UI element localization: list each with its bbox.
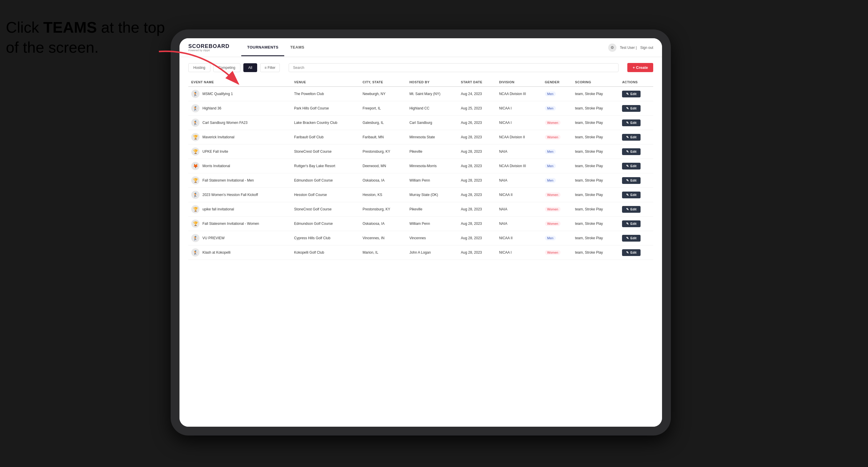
cell-gender-0: Men [542, 87, 572, 101]
cell-gender-5: Men [542, 159, 572, 173]
col-division: DIVISION [496, 78, 542, 87]
cell-division-11: NICAA I [496, 245, 542, 260]
edit-button-11[interactable]: ✎ Edit [622, 249, 641, 256]
col-city-state: CITY, STATE [360, 78, 406, 87]
table-row: 🏆 UPKE Fall Invite StoneCrest Golf Cours… [188, 145, 653, 159]
teams-bold: TEAMS [43, 19, 97, 36]
gender-badge-11: Women [545, 250, 561, 255]
edit-button-0[interactable]: ✎ Edit [622, 91, 641, 97]
cell-start-date-8: Aug 28, 2023 [458, 202, 496, 217]
cell-hosted-by-1: Highland CC [406, 101, 458, 116]
event-name-text-3: Maverick Invitational [203, 135, 235, 139]
cell-scoring-3: team, Stroke Play [572, 130, 619, 145]
cell-division-3: NCAA Division II [496, 130, 542, 145]
edit-icon-0: ✎ [626, 92, 629, 96]
cell-hosted-by-5: Minnesota-Morris [406, 159, 458, 173]
cell-hosted-by-8: Pikeville [406, 202, 458, 217]
cell-city-state-6: Oskaloosa, IA [360, 173, 406, 188]
search-input[interactable] [289, 63, 619, 72]
cell-division-5: NCAA Division III [496, 159, 542, 173]
cell-gender-4: Men [542, 145, 572, 159]
cell-venue-11: Kokopelli Golf Club [291, 245, 360, 260]
cell-city-state-10: Vincennes, IN [360, 231, 406, 245]
col-scoring: SCORING [572, 78, 619, 87]
gender-badge-9: Women [545, 221, 561, 226]
edit-button-8[interactable]: ✎ Edit [622, 206, 641, 213]
user-info: Test User | [620, 45, 637, 50]
edit-button-3[interactable]: ✎ Edit [622, 134, 641, 141]
table-row: 🏆 Maverick Invitational Faribault Golf C… [188, 130, 653, 145]
cell-scoring-2: team, Stroke Play [572, 116, 619, 130]
sign-out-link[interactable]: Sign out [640, 45, 653, 50]
cell-venue-10: Cypress Hills Golf Club [291, 231, 360, 245]
cell-city-state-7: Hesston, KS [360, 188, 406, 202]
cell-venue-4: StoneCrest Golf Course [291, 145, 360, 159]
cell-actions-3: ✎ Edit [619, 130, 653, 145]
tab-teams[interactable]: TEAMS [284, 39, 310, 56]
cell-hosted-by-3: Minnesota State [406, 130, 458, 145]
search-box [289, 63, 619, 72]
event-name-text-9: Fall Statesmen Invitational - Women [203, 222, 259, 226]
cell-division-4: NAIA [496, 145, 542, 159]
cell-start-date-2: Aug 26, 2023 [458, 116, 496, 130]
cell-start-date-0: Aug 24, 2023 [458, 87, 496, 101]
edit-button-9[interactable]: ✎ Edit [622, 220, 641, 227]
event-icon-10: 🏌 [191, 234, 199, 242]
event-name-text-10: VU PREVIEW [203, 236, 224, 240]
cell-division-10: NICAA II [496, 231, 542, 245]
cell-actions-1: ✎ Edit [619, 101, 653, 116]
cell-event-name-7: 🏌 2023 Women's Hesston Fall Kickoff [188, 188, 291, 202]
cell-gender-1: Men [542, 101, 572, 116]
event-name-text-6: Fall Statesmen Invitational - Men [203, 178, 254, 182]
cell-start-date-11: Aug 28, 2023 [458, 245, 496, 260]
cell-gender-6: Men [542, 173, 572, 188]
edit-button-4[interactable]: ✎ Edit [622, 148, 641, 155]
edit-icon-4: ✎ [626, 150, 629, 154]
cell-start-date-6: Aug 28, 2023 [458, 173, 496, 188]
cell-gender-10: Men [542, 231, 572, 245]
main-content: Hosting Competing All ≡ Filter + Create … [180, 57, 662, 427]
create-button[interactable]: + Create [627, 63, 653, 72]
cell-actions-11: ✎ Edit [619, 245, 653, 260]
cell-division-9: NAIA [496, 217, 542, 231]
table-row: 🏆 upike fall invitational StoneCrest Gol… [188, 202, 653, 217]
cell-scoring-6: team, Stroke Play [572, 173, 619, 188]
event-name-text-11: Klash at Kokopelli [203, 250, 230, 254]
cell-event-name-2: 🏌 Carl Sandburg Women FA23 [188, 116, 291, 130]
cell-event-name-3: 🏆 Maverick Invitational [188, 130, 291, 145]
edit-button-2[interactable]: ✎ Edit [622, 120, 641, 126]
cell-venue-1: Park Hills Golf Course [291, 101, 360, 116]
cell-scoring-1: team, Stroke Play [572, 101, 619, 116]
cell-city-state-0: Newburgh, NY [360, 87, 406, 101]
edit-icon-3: ✎ [626, 135, 629, 139]
col-gender: GENDER [542, 78, 572, 87]
cell-hosted-by-11: John A Logan [406, 245, 458, 260]
gender-badge-4: Men [545, 149, 556, 154]
edit-button-5[interactable]: ✎ Edit [622, 163, 641, 169]
cell-start-date-1: Aug 25, 2023 [458, 101, 496, 116]
edit-button-6[interactable]: ✎ Edit [622, 177, 641, 184]
event-icon-7: 🏌 [191, 191, 199, 199]
edit-button-10[interactable]: ✎ Edit [622, 235, 641, 242]
cell-gender-9: Women [542, 217, 572, 231]
edit-icon-2: ✎ [626, 121, 629, 125]
settings-icon[interactable]: ⚙ [608, 43, 616, 52]
edit-button-1[interactable]: ✎ Edit [622, 105, 641, 112]
cell-venue-0: The Powelton Club [291, 87, 360, 101]
cell-gender-8: Women [542, 202, 572, 217]
cell-event-name-9: 🏆 Fall Statesmen Invitational - Women [188, 217, 291, 231]
cell-event-name-11: 🏌 Klash at Kokopelli [188, 245, 291, 260]
edit-button-7[interactable]: ✎ Edit [622, 192, 641, 198]
cell-event-name-5: 🦊 Morris Invitational [188, 159, 291, 173]
cell-gender-7: Women [542, 188, 572, 202]
event-name-text-2: Carl Sandburg Women FA23 [203, 121, 247, 125]
cell-scoring-5: team, Stroke Play [572, 159, 619, 173]
event-icon-6: 🏆 [191, 176, 199, 185]
cell-venue-3: Faribault Golf Club [291, 130, 360, 145]
edit-icon-10: ✎ [626, 236, 629, 240]
header-right: ⚙ Test User | Sign out [608, 43, 653, 52]
cell-hosted-by-4: Pikeville [406, 145, 458, 159]
event-name-text-1: Highland 36 [203, 106, 221, 111]
table-row: 🏆 Fall Statesmen Invitational - Women Ed… [188, 217, 653, 231]
gender-badge-8: Women [545, 207, 561, 212]
